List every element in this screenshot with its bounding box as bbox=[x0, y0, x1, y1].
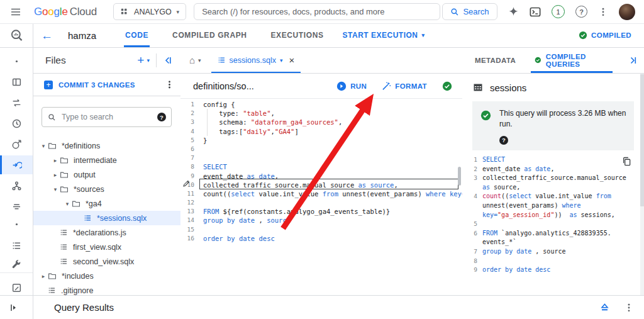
data-transfers-icon[interactable] bbox=[0, 93, 33, 112]
chevron-open-icon[interactable]: ▾ bbox=[51, 186, 60, 193]
global-search-input[interactable] bbox=[194, 3, 440, 20]
format-button[interactable]: FORMAT bbox=[382, 81, 427, 91]
notification-badge[interactable]: 1 bbox=[552, 5, 565, 18]
tree-item-label: *includes bbox=[62, 272, 94, 281]
start-execution-button[interactable]: START EXECUTION ▾ bbox=[343, 31, 425, 40]
history-icon[interactable] bbox=[0, 114, 33, 133]
editor-scrollbar[interactable] bbox=[458, 167, 461, 186]
code-line: 1SELECT bbox=[469, 155, 638, 165]
code-line: 7group by date , source bbox=[469, 247, 638, 257]
collapse-panel-icon[interactable] bbox=[163, 55, 173, 65]
chevron-down-icon: ▾ bbox=[198, 57, 201, 64]
tab-executions[interactable]: EXECUTIONS bbox=[271, 23, 324, 47]
dot-2-icon[interactable] bbox=[0, 215, 33, 233]
back-button[interactable]: ← bbox=[41, 30, 53, 42]
dataform-logo[interactable] bbox=[0, 23, 33, 47]
add-file-button[interactable]: +▾ bbox=[137, 54, 150, 66]
search-button[interactable]: Search bbox=[442, 3, 497, 20]
more-vertical-icon[interactable] bbox=[165, 80, 174, 89]
code-line: 12 bbox=[180, 198, 462, 207]
open-panel-icon[interactable] bbox=[9, 303, 19, 313]
code-line: 7 bbox=[180, 154, 462, 162]
copy-icon[interactable] bbox=[622, 157, 631, 166]
analytics-hub-icon[interactable] bbox=[0, 135, 33, 154]
tree-item-label: *ga4 bbox=[86, 199, 102, 208]
topbar: GoogleCloud ANALYGO ▾ Search 1 ? bbox=[0, 0, 644, 24]
code-line: 6FROM `analygo.analytics_428839355. bbox=[469, 229, 638, 238]
compose-query-icon[interactable] bbox=[0, 278, 33, 297]
dataform-icon[interactable] bbox=[0, 155, 33, 174]
help-icon[interactable]: ? bbox=[499, 136, 508, 145]
chevron-closed-icon[interactable]: ▸ bbox=[51, 172, 60, 178]
check-circle-icon bbox=[579, 31, 587, 40]
tree-item-label: *declarations.js bbox=[73, 228, 126, 237]
expand-panel-icon[interactable] bbox=[628, 47, 638, 73]
tab-metadata[interactable]: METADATA bbox=[475, 47, 516, 73]
gemini-icon[interactable] bbox=[508, 6, 519, 17]
tree-item-first-view-sqlx[interactable]: first_view.sqlx bbox=[33, 240, 180, 254]
code-line: 6 bbox=[180, 145, 462, 154]
chevron-down-icon: ▾ bbox=[280, 57, 283, 64]
tab-code[interactable]: CODE bbox=[125, 23, 148, 47]
tree-item-sources[interactable]: ▾*sources bbox=[33, 182, 180, 196]
edit-pencil-icon[interactable] bbox=[182, 179, 191, 187]
details-panel: METADATACOMPILED QUERIES sessions This q… bbox=[462, 47, 644, 296]
commit-changes-button[interactable]: COMMIT 3 CHANGES bbox=[58, 81, 135, 89]
repository-title: hamza bbox=[68, 30, 96, 41]
file-icon bbox=[48, 286, 56, 294]
home-tab[interactable]: ⌂ ▾ bbox=[189, 55, 201, 65]
chevron-closed-icon[interactable]: ▸ bbox=[51, 157, 60, 164]
code-line: 10collected_traffic_source.manual_source… bbox=[180, 181, 462, 189]
admin-tools-icon[interactable] bbox=[0, 255, 33, 274]
project-selector[interactable]: ANALYGO ▾ bbox=[113, 3, 186, 20]
cloud-shell-icon[interactable] bbox=[530, 6, 541, 18]
expand-panel-icon[interactable] bbox=[599, 302, 610, 313]
tree-item-sessions-sqlx[interactable]: *sessions.sqlx bbox=[33, 211, 180, 225]
run-button[interactable]: RUN bbox=[336, 81, 367, 91]
tree-item-intermediate[interactable]: ▸intermediate bbox=[33, 153, 180, 167]
code-line: 9order by date desc bbox=[469, 266, 638, 275]
avatar[interactable] bbox=[619, 4, 635, 20]
tree-item-ga4[interactable]: ▾*ga4 bbox=[33, 196, 180, 211]
chevron-closed-icon[interactable]: ▸ bbox=[39, 273, 48, 279]
dashboard-icon[interactable] bbox=[0, 72, 33, 91]
more-vertical-icon[interactable] bbox=[624, 303, 634, 313]
sort-list-icon[interactable] bbox=[0, 197, 33, 216]
folder-icon bbox=[60, 185, 69, 194]
tree-item-second-view-sqlx[interactable]: second_view.sqlx bbox=[33, 254, 180, 269]
folder-icon bbox=[48, 272, 57, 281]
hamburger-menu-icon[interactable] bbox=[10, 6, 21, 18]
tab-compiled-graph[interactable]: COMPILED GRAPH bbox=[172, 23, 247, 47]
panel-scrollbar-thumb[interactable] bbox=[640, 74, 644, 206]
tab-compiled-queries[interactable]: COMPILED QUERIES bbox=[535, 47, 609, 73]
code-line: 11count((select value.int_value from unn… bbox=[180, 189, 462, 198]
folder-icon bbox=[60, 171, 69, 179]
more-vertical-icon[interactable] bbox=[598, 7, 608, 17]
task-list-icon[interactable] bbox=[0, 236, 33, 255]
code-line: 13FROM ${ref(constants.analygo_ga4_event… bbox=[180, 207, 462, 216]
tree-item-definitions[interactable]: ▾*definitions bbox=[33, 138, 180, 153]
dot-1-icon[interactable] bbox=[0, 52, 33, 70]
chevron-open-icon[interactable]: ▾ bbox=[39, 143, 48, 149]
file-search-input[interactable] bbox=[60, 112, 153, 122]
dry-run-info-box: This query will process 3.26 MB when run… bbox=[472, 101, 634, 150]
tree-item-label: *sessions.sqlx bbox=[97, 214, 147, 223]
code-editor[interactable]: 1config {2 type: "table",3 schema: "data… bbox=[180, 98, 462, 296]
chevron-open-icon[interactable]: ▾ bbox=[63, 201, 72, 207]
tree-item-label: second_view.sqlx bbox=[73, 257, 134, 266]
files-panel-title: Files bbox=[45, 55, 66, 66]
code-line: events_*` bbox=[469, 238, 638, 247]
divider bbox=[156, 53, 157, 67]
commit-add-icon: + bbox=[44, 81, 53, 89]
tree-item-includes[interactable]: ▸*includes bbox=[33, 269, 180, 283]
close-icon[interactable]: × bbox=[289, 55, 294, 65]
folder-icon bbox=[72, 199, 80, 208]
help-icon[interactable]: ? bbox=[575, 6, 587, 18]
tree-item-declarations-js[interactable]: *declarations.js bbox=[33, 225, 180, 240]
lineage-icon[interactable] bbox=[0, 176, 33, 195]
help-icon[interactable]: ? bbox=[157, 113, 166, 121]
code-line: 5 bbox=[469, 220, 638, 229]
chevron-down-icon: ▾ bbox=[421, 32, 425, 38]
tree-item-output[interactable]: ▸output bbox=[33, 167, 180, 182]
editor-tab-sessions[interactable]: sessions.sqlx ▾ × bbox=[211, 47, 301, 73]
